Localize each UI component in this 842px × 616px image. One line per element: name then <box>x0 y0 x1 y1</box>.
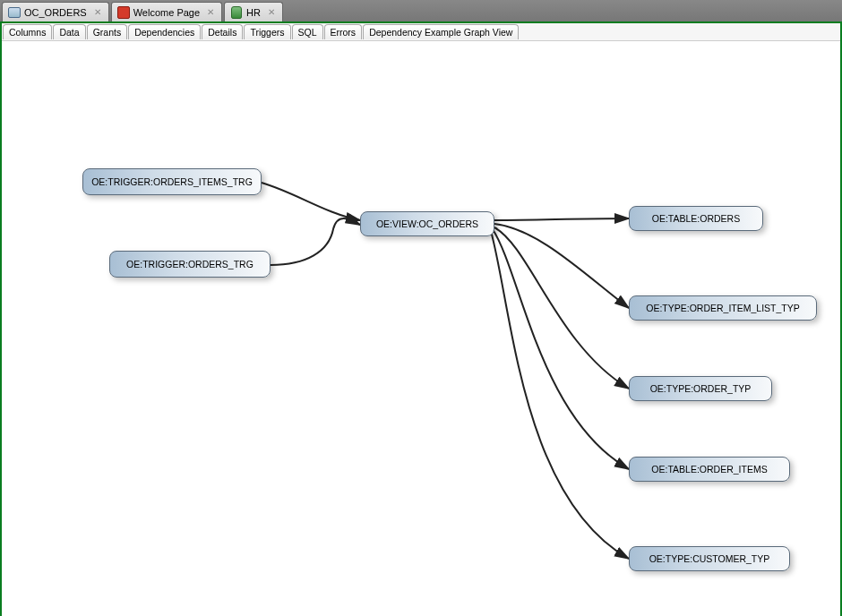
node-trigger-orders-trg[interactable]: OE:TRIGGER:ORDERS_TRG <box>109 251 271 278</box>
tab-label: Welcome Page <box>133 7 200 18</box>
subtabs: Columns Data Grants Dependencies Details… <box>2 23 840 41</box>
node-label: OE:TYPE:ORDER_TYP <box>650 383 752 394</box>
node-label: OE:TRIGGER:ORDERS_TRG <box>126 259 253 270</box>
close-icon[interactable]: ✕ <box>205 7 216 18</box>
node-label: OE:TYPE:CUSTOMER_TYP <box>649 553 770 564</box>
app-frame: OC_ORDERS ✕ Welcome Page ✕ HR ✕ Columns … <box>0 0 842 616</box>
tab-label: HR <box>246 7 261 18</box>
subtab-data[interactable]: Data <box>53 24 85 39</box>
database-icon <box>230 6 243 19</box>
subtab-triggers[interactable]: Triggers <box>244 24 290 39</box>
subtab-grants[interactable]: Grants <box>87 24 128 39</box>
oracle-icon <box>117 6 130 19</box>
content-border: Columns Data Grants Dependencies Details… <box>0 21 842 616</box>
close-icon[interactable]: ✕ <box>92 7 103 18</box>
node-table-orders[interactable]: OE:TABLE:ORDERS <box>629 206 763 231</box>
node-view-oc-orders[interactable]: OE:VIEW:OC_ORDERS <box>360 211 494 236</box>
editor-tab-hr[interactable]: HR ✕ <box>224 2 283 21</box>
view-icon <box>8 6 21 19</box>
subtab-dependency-graph[interactable]: Dependency Example Graph View <box>363 24 519 39</box>
node-label: OE:TRIGGER:ORDERS_ITEMS_TRG <box>91 176 253 187</box>
subtab-dependencies[interactable]: Dependencies <box>128 24 201 39</box>
node-type-order-item-list-typ[interactable]: OE:TYPE:ORDER_ITEM_LIST_TYP <box>629 295 817 321</box>
editor-tab-welcome[interactable]: Welcome Page ✕ <box>111 2 222 21</box>
node-trigger-orders-items-trg[interactable]: OE:TRIGGER:ORDERS_ITEMS_TRG <box>82 168 262 195</box>
node-label: OE:TABLE:ORDERS <box>652 213 740 224</box>
graph-area[interactable]: OE:TRIGGER:ORDERS_ITEMS_TRG OE:TRIGGER:O… <box>2 41 840 616</box>
subtab-sql[interactable]: SQL <box>292 24 323 39</box>
node-type-customer-typ[interactable]: OE:TYPE:CUSTOMER_TYP <box>629 546 790 571</box>
editor-tabs: OC_ORDERS ✕ Welcome Page ✕ HR ✕ <box>0 0 842 21</box>
subtab-columns[interactable]: Columns <box>3 24 52 39</box>
edges-layer <box>2 41 840 616</box>
node-label: OE:TABLE:ORDER_ITEMS <box>651 464 767 475</box>
tab-label: OC_ORDERS <box>24 7 87 18</box>
node-table-order-items[interactable]: OE:TABLE:ORDER_ITEMS <box>629 457 790 482</box>
node-label: OE:TYPE:ORDER_ITEM_LIST_TYP <box>646 303 800 313</box>
close-icon[interactable]: ✕ <box>266 7 277 18</box>
subtab-errors[interactable]: Errors <box>324 24 363 39</box>
editor-tab-oc-orders[interactable]: OC_ORDERS ✕ <box>2 2 109 21</box>
node-type-order-typ[interactable]: OE:TYPE:ORDER_TYP <box>629 376 772 401</box>
subtab-details[interactable]: Details <box>202 24 243 39</box>
node-label: OE:VIEW:OC_ORDERS <box>376 218 478 229</box>
